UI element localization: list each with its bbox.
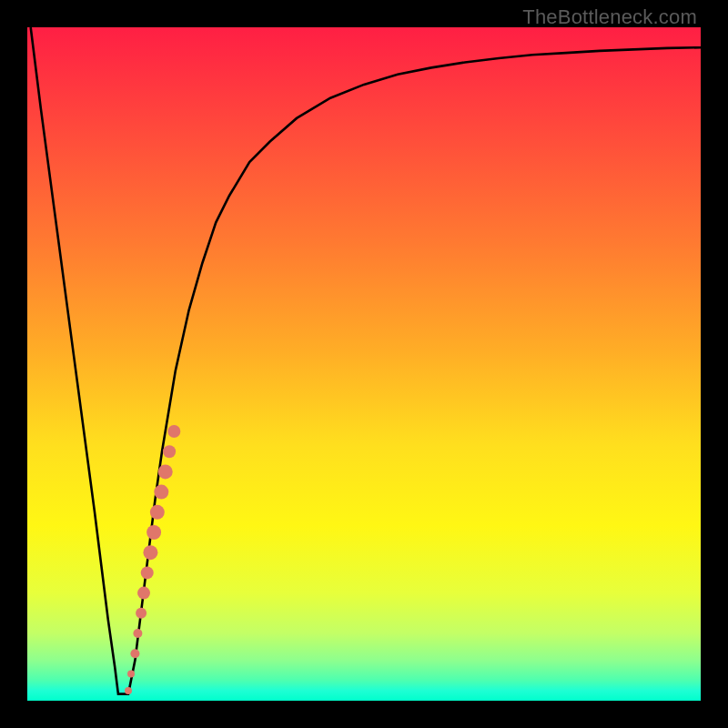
chart-canvas <box>27 27 701 701</box>
sample-point <box>137 587 150 600</box>
bottleneck-curve <box>31 27 701 694</box>
sample-point <box>133 629 142 638</box>
sample-point <box>147 525 161 540</box>
sample-point <box>136 608 147 619</box>
sample-point <box>130 649 139 658</box>
sample-point <box>143 545 157 560</box>
sample-point <box>127 670 135 677</box>
sample-point <box>167 425 180 438</box>
plot-area <box>27 27 701 701</box>
sample-point <box>150 505 165 520</box>
sample-point <box>158 464 173 479</box>
sample-point <box>125 687 132 694</box>
sample-point <box>141 566 154 579</box>
outer-frame: TheBottleneck.com <box>0 0 728 728</box>
attribution-text: TheBottleneck.com <box>522 5 697 29</box>
sample-point <box>163 445 176 458</box>
sample-points-group <box>125 425 180 694</box>
sample-point <box>154 485 168 500</box>
